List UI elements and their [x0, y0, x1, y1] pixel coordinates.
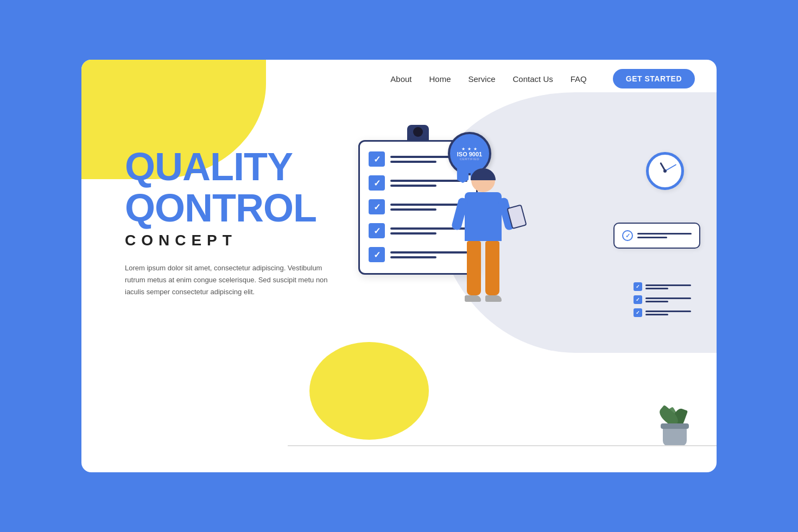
sl-row-1: ✓: [634, 282, 691, 291]
shoe-right: [485, 295, 502, 302]
hero-subtitle: CONCEPT: [125, 232, 331, 249]
nav-service[interactable]: Service: [468, 74, 496, 84]
ground-line: [288, 445, 717, 446]
iso-certified: CERTIFIED: [457, 157, 482, 161]
nav-faq[interactable]: FAQ: [571, 74, 587, 84]
shoe-left: [465, 295, 481, 302]
nav-contact[interactable]: Contact Us: [513, 74, 553, 84]
mini-tablet: [506, 204, 527, 229]
small-checklist: ✓ ✓ ✓: [627, 277, 698, 322]
person-body: [461, 192, 505, 302]
person-arms: [455, 198, 511, 230]
person-head: [471, 168, 495, 192]
plant-pot: [663, 427, 687, 446]
nav-about[interactable]: About: [390, 74, 411, 84]
sl-row-2: ✓: [634, 295, 691, 304]
nav-home[interactable]: Home: [429, 74, 451, 84]
hero-text: QUALITY QONTROL CONCEPT Lorem ipsum dolo…: [125, 147, 331, 298]
card-row-1: ✓: [622, 230, 692, 241]
nav-links: About Home Service Contact Us FAQ GET ST…: [390, 69, 695, 88]
clock-icon: [646, 152, 684, 190]
arm-right: [498, 197, 516, 231]
person-legs: [465, 241, 502, 295]
navbar: About Home Service Contact Us FAQ GET ST…: [81, 60, 717, 98]
checklist-card: ✓: [613, 223, 700, 249]
person-hair: [471, 168, 496, 180]
clipboard-clip: [407, 125, 429, 140]
sl-row-3: ✓: [634, 308, 691, 317]
leg-left: [467, 241, 481, 295]
hero-title: QUALITY QONTROL: [125, 147, 331, 229]
iso-text: ISO 9001: [457, 151, 482, 157]
leg-right: [485, 241, 499, 295]
person-shoes: [465, 295, 502, 302]
clock-center: [663, 169, 667, 173]
illustration: ★ ★ ★ ISO 9001 CERTIFIED ✓: [288, 98, 717, 472]
get-started-button[interactable]: GET STARTED: [613, 69, 695, 88]
plant-decoration: [663, 427, 687, 446]
person-torso: [465, 192, 502, 241]
hero-description: Lorem ipsum dolor sit amet, consectetur …: [125, 262, 331, 298]
person: [440, 168, 527, 302]
main-card: About Home Service Contact Us FAQ GET ST…: [81, 60, 717, 472]
arm-left: [451, 197, 469, 231]
